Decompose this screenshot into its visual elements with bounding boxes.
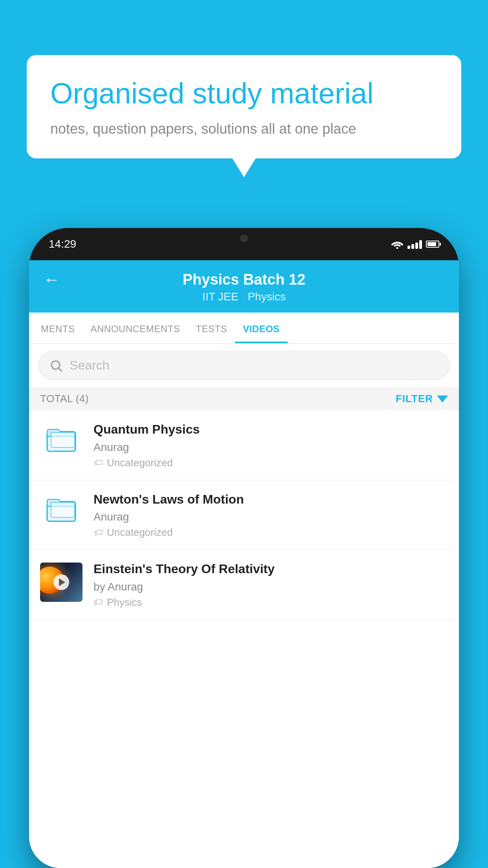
list-item[interactable]: Newton's Laws of Motion Anurag 🏷 Uncateg… [29, 480, 459, 550]
speech-bubble: Organised study material notes, question… [27, 55, 461, 158]
item-title: Einstein's Theory Of Relativity [94, 561, 448, 577]
item-title: Quantum Physics [94, 421, 448, 438]
svg-point-1 [51, 361, 60, 369]
bubble-title: Organised study material [50, 76, 438, 111]
app-header: ← Physics Batch 12 IIT JEE Physics [29, 260, 459, 313]
svg-rect-6 [51, 502, 75, 517]
video-thumbnail-img [40, 563, 83, 602]
item-author: Anurag [94, 511, 448, 523]
item-thumbnail [40, 421, 83, 454]
speech-bubble-container: Organised study material notes, question… [27, 55, 461, 158]
svg-line-2 [59, 368, 62, 371]
tag-icon: 🏷 [94, 457, 103, 468]
tab-videos[interactable]: VIDEOS [235, 313, 288, 343]
battery-icon [426, 241, 439, 248]
status-icons [391, 239, 439, 249]
filter-icon [437, 395, 448, 403]
header-tag-iitjee: IIT JEE [202, 291, 238, 303]
filter-label: FILTER [396, 393, 433, 405]
item-info: Einstein's Theory Of Relativity by Anura… [94, 561, 448, 609]
svg-rect-4 [51, 432, 75, 447]
item-info: Quantum Physics Anurag 🏷 Uncategorized [94, 421, 448, 469]
tab-tests[interactable]: TESTS [188, 313, 235, 343]
wifi-icon [391, 239, 404, 249]
header-tag-physics: Physics [248, 291, 285, 303]
item-author: Anurag [94, 441, 448, 454]
phone-screen: ← Physics Batch 12 IIT JEE Physics MENTS… [29, 260, 459, 868]
status-time: 14:29 [49, 238, 76, 250]
tag-label: Uncategorized [107, 526, 173, 539]
play-icon [59, 578, 65, 586]
item-thumbnail [40, 491, 83, 524]
signal-icon [407, 239, 422, 249]
filter-bar: TOTAL (4) FILTER [29, 387, 459, 410]
tabs-bar: MENTS ANNOUNCEMENTS TESTS VIDEOS [29, 313, 459, 344]
item-thumbnail [40, 561, 83, 602]
total-count: TOTAL (4) [40, 393, 89, 405]
back-button[interactable]: ← [43, 271, 60, 288]
item-author: by Anurag [94, 581, 448, 593]
video-list: Quantum Physics Anurag 🏷 Uncategorized [29, 410, 459, 868]
search-bar[interactable]: Search [38, 351, 450, 380]
tag-icon: 🏷 [94, 597, 103, 608]
item-info: Newton's Laws of Motion Anurag 🏷 Uncateg… [94, 491, 448, 539]
search-placeholder: Search [70, 358, 109, 373]
list-item[interactable]: Einstein's Theory Of Relativity by Anura… [29, 550, 459, 620]
list-item[interactable]: Quantum Physics Anurag 🏷 Uncategorized [29, 410, 459, 480]
tab-announcements[interactable]: ANNOUNCEMENTS [83, 313, 188, 343]
phone-frame: 14:29 ← [29, 228, 459, 868]
item-tag: 🏷 Uncategorized [94, 526, 448, 539]
tag-label: Uncategorized [107, 457, 173, 469]
folder-icon [46, 423, 77, 454]
tag-label: Physics [107, 596, 142, 609]
folder-icon [46, 493, 77, 524]
tab-ments[interactable]: MENTS [33, 313, 83, 343]
svg-point-0 [396, 247, 398, 249]
phone-notch [213, 228, 275, 248]
camera-dot [240, 234, 248, 242]
item-tag: 🏷 Uncategorized [94, 457, 448, 469]
header-tags: IIT JEE Physics [202, 291, 286, 303]
tag-icon: 🏷 [94, 527, 103, 538]
filter-button[interactable]: FILTER [396, 393, 448, 405]
item-tag: 🏷 Physics [94, 596, 448, 609]
header-title: Physics Batch 12 [183, 271, 306, 288]
item-title: Newton's Laws of Motion [94, 491, 448, 508]
search-icon [49, 359, 63, 373]
status-bar: 14:29 [29, 228, 459, 260]
play-button[interactable] [53, 574, 69, 590]
bubble-subtitle: notes, question papers, solutions all at… [50, 121, 438, 137]
